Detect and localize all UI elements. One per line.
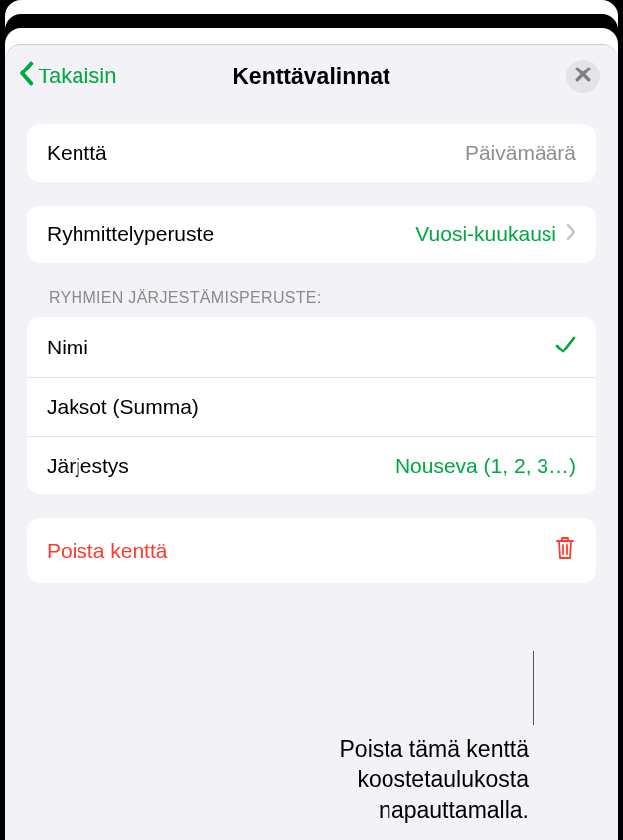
chevron-left-icon	[17, 61, 38, 92]
field-group: Kenttä Päivämäärä	[27, 124, 596, 182]
group-by-row[interactable]: Ryhmittelyperuste Vuosi-kuukausi	[27, 206, 596, 263]
sort-section-header: RYHMIEN JÄRJESTÄMISPERUSTE:	[27, 289, 596, 317]
field-value: Päivämäärä	[465, 141, 576, 165]
sort-option-name[interactable]: Nimi	[27, 317, 596, 377]
page-title: Kenttävalinnat	[233, 64, 389, 90]
sort-option-periods[interactable]: Jaksot (Summa)	[27, 377, 596, 436]
callout-line-2: koostetaulukosta	[340, 765, 530, 795]
group-by-value: Vuosi-kuukausi	[415, 222, 556, 246]
trash-icon	[554, 535, 576, 566]
close-icon	[575, 67, 591, 86]
sort-order-label: Järjestys	[47, 454, 129, 478]
modal-sheet: Takaisin Kenttävalinnat Kenttä Päivämäär…	[5, 44, 618, 840]
close-button[interactable]	[566, 60, 600, 93]
checkmark-icon	[554, 334, 576, 360]
nav-bar: Takaisin Kenttävalinnat	[5, 45, 618, 108]
back-button[interactable]: Takaisin	[17, 61, 116, 92]
delete-group: Poista kenttä	[27, 518, 596, 583]
callout-line-1: Poista tämä kenttä	[340, 734, 530, 765]
callout-line-3: napauttamalla.	[340, 795, 530, 826]
field-row[interactable]: Kenttä Päivämäärä	[27, 124, 596, 182]
content: Kenttä Päivämäärä Ryhmittelyperuste Vuos…	[5, 124, 618, 583]
back-label: Takaisin	[38, 64, 116, 89]
delete-field-row[interactable]: Poista kenttä	[27, 518, 596, 583]
sort-order-value: Nouseva (1, 2, 3…)	[395, 454, 576, 478]
group-by-label: Ryhmittelyperuste	[47, 222, 214, 246]
chevron-right-icon	[566, 222, 576, 246]
sort-option-periods-label: Jaksot (Summa)	[47, 395, 199, 419]
callout-leader-line	[533, 651, 534, 725]
callout-text: Poista tämä kenttä koostetaulukosta napa…	[340, 734, 530, 826]
sort-order-row[interactable]: Järjestys Nouseva (1, 2, 3…)	[27, 436, 596, 494]
sort-option-name-label: Nimi	[47, 336, 88, 359]
group-by-group: Ryhmittelyperuste Vuosi-kuukausi	[27, 206, 596, 263]
sort-group: Nimi Jaksot (Summa) Järjestys Nouseva (1…	[27, 317, 596, 494]
field-label: Kenttä	[47, 141, 107, 165]
delete-field-label: Poista kenttä	[47, 539, 167, 563]
